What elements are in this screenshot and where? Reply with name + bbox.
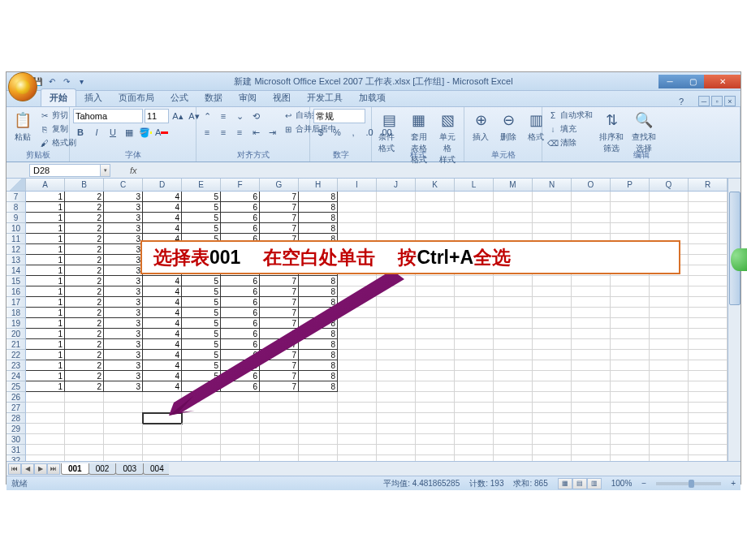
cell[interactable]: 1 xyxy=(26,286,65,297)
cell[interactable] xyxy=(572,392,611,403)
row-header[interactable]: 13 xyxy=(6,255,26,265)
cell[interactable]: 5 xyxy=(182,213,221,223)
cell[interactable] xyxy=(611,276,650,286)
cell[interactable] xyxy=(611,308,650,318)
cell[interactable] xyxy=(572,192,611,202)
cell[interactable]: 8 xyxy=(299,360,338,371)
cell[interactable] xyxy=(104,403,143,413)
cell[interactable] xyxy=(650,360,689,371)
cell[interactable]: 8 xyxy=(299,318,338,329)
cell[interactable] xyxy=(299,455,338,461)
cell[interactable]: 4 xyxy=(143,192,182,202)
cell[interactable] xyxy=(689,434,728,445)
cell[interactable]: 3 xyxy=(104,286,143,297)
cell[interactable] xyxy=(377,455,416,461)
cell[interactable] xyxy=(338,403,377,413)
cell[interactable] xyxy=(689,445,728,455)
cell[interactable] xyxy=(455,413,494,424)
cell[interactable] xyxy=(221,455,260,461)
cell[interactable] xyxy=(650,339,689,350)
cell[interactable] xyxy=(143,445,182,455)
close-button[interactable]: ✕ xyxy=(704,75,741,88)
cell[interactable] xyxy=(65,424,104,434)
insert-cells-button[interactable]: ⊕插入 xyxy=(468,109,494,144)
help-icon[interactable]: ? xyxy=(679,97,684,106)
cell[interactable] xyxy=(611,286,650,297)
comma-icon[interactable]: , xyxy=(346,125,361,140)
cell[interactable]: 2 xyxy=(65,244,104,255)
cell[interactable] xyxy=(650,192,689,202)
tab-home[interactable]: 开始 xyxy=(41,88,76,106)
cell[interactable] xyxy=(533,392,572,403)
cell[interactable] xyxy=(377,434,416,445)
cell[interactable]: 6 xyxy=(221,286,260,297)
tab-insert[interactable]: 插入 xyxy=(76,89,110,106)
cell[interactable] xyxy=(104,455,143,461)
cell[interactable] xyxy=(533,192,572,202)
row-header[interactable]: 23 xyxy=(6,360,26,371)
row-header[interactable]: 28 xyxy=(6,413,26,424)
cell[interactable]: 1 xyxy=(26,329,65,339)
cell[interactable] xyxy=(689,297,728,308)
cell[interactable] xyxy=(338,329,377,339)
cell[interactable]: 2 xyxy=(65,381,104,392)
row-header[interactable]: 10 xyxy=(6,223,26,234)
cell[interactable] xyxy=(533,403,572,413)
zoom-out-icon[interactable]: − xyxy=(641,479,646,488)
cell[interactable] xyxy=(650,276,689,286)
cell[interactable]: 3 xyxy=(104,297,143,308)
cell[interactable] xyxy=(338,413,377,424)
row-header[interactable]: 24 xyxy=(6,371,26,381)
cell[interactable]: 5 xyxy=(182,350,221,360)
cell[interactable] xyxy=(611,223,650,234)
cell[interactable] xyxy=(650,413,689,424)
cell[interactable]: 5 xyxy=(182,276,221,286)
cell[interactable] xyxy=(650,392,689,403)
cell[interactable] xyxy=(455,202,494,213)
percent-icon[interactable]: % xyxy=(330,125,344,140)
align-right-icon[interactable]: ≡ xyxy=(232,125,247,140)
qat-dropdown-icon[interactable]: ▾ xyxy=(75,75,88,88)
cell[interactable] xyxy=(533,297,572,308)
cell[interactable] xyxy=(572,350,611,360)
font-name-select[interactable] xyxy=(73,109,143,123)
font-size-select[interactable] xyxy=(145,109,169,123)
fill-button[interactable]: ↓填充 xyxy=(546,123,594,136)
cell[interactable]: 7 xyxy=(260,329,299,339)
cell[interactable] xyxy=(689,192,728,202)
cell[interactable] xyxy=(416,371,455,381)
cell[interactable]: 4 xyxy=(143,350,182,360)
cell[interactable]: 6 xyxy=(221,318,260,329)
minimize-button[interactable]: ─ xyxy=(658,75,681,88)
cell[interactable]: 7 xyxy=(260,192,299,202)
cell[interactable] xyxy=(689,360,728,371)
cell[interactable] xyxy=(260,403,299,413)
cell[interactable] xyxy=(611,192,650,202)
cell[interactable]: 6 xyxy=(221,192,260,202)
cell[interactable] xyxy=(611,329,650,339)
cell[interactable] xyxy=(572,329,611,339)
cell[interactable] xyxy=(611,434,650,445)
tab-addins[interactable]: 加载项 xyxy=(351,89,394,106)
tab-data[interactable]: 数据 xyxy=(196,89,231,106)
cell[interactable] xyxy=(650,223,689,234)
cell[interactable] xyxy=(377,286,416,297)
cell[interactable] xyxy=(572,403,611,413)
cell[interactable]: 7 xyxy=(260,360,299,371)
cell[interactable]: 5 xyxy=(182,202,221,213)
cell[interactable] xyxy=(26,445,65,455)
col-header-A[interactable]: A xyxy=(26,179,65,191)
cell[interactable] xyxy=(299,413,338,424)
cell[interactable] xyxy=(689,350,728,360)
cell[interactable] xyxy=(494,339,533,350)
italic-button[interactable]: I xyxy=(89,125,104,140)
cell[interactable] xyxy=(377,360,416,371)
cell[interactable]: 8 xyxy=(299,286,338,297)
cell[interactable] xyxy=(182,445,221,455)
cell[interactable]: 1 xyxy=(26,244,65,255)
row-header[interactable]: 25 xyxy=(6,381,26,392)
cell[interactable]: 1 xyxy=(26,381,65,392)
cell[interactable] xyxy=(689,339,728,350)
cell[interactable] xyxy=(689,255,728,265)
cell[interactable]: 7 xyxy=(260,381,299,392)
